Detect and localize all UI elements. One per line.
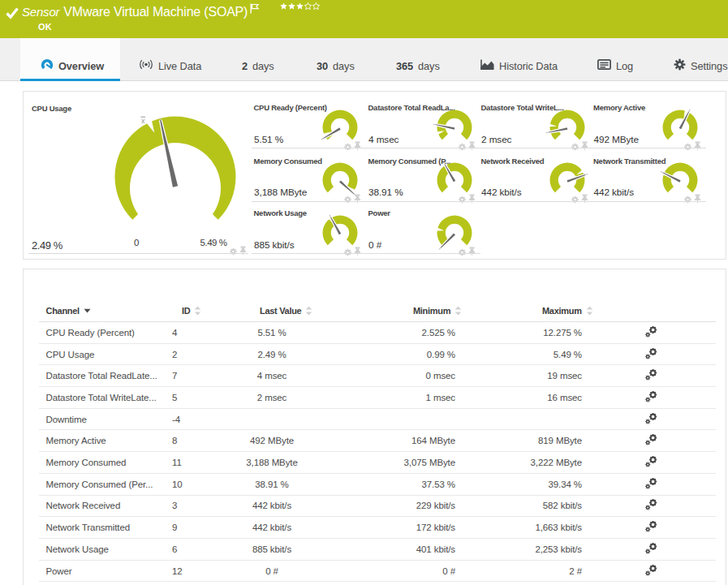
channel-id: 6	[172, 544, 177, 554]
channel-minimum: 2.525 %	[334, 328, 455, 338]
channel-row-power[interactable]: Power120 #0 #2 #	[39, 561, 716, 583]
channel-id: 5	[172, 393, 177, 402]
divider	[592, 201, 706, 202]
channel-last-value: 2.49 %	[215, 350, 329, 359]
edit-channel-gears-icon[interactable]	[644, 542, 657, 556]
tab-label: Overview	[58, 60, 104, 72]
channel-id: 10	[172, 480, 183, 489]
sensor-name: VMware Virtual Machine (SOAP)	[63, 5, 248, 19]
edit-channel-gears-icon[interactable]	[644, 477, 657, 491]
tab-365-days[interactable]: 365days	[396, 51, 440, 80]
gauge-value: 4 msec	[368, 135, 398, 144]
channel-row-memory-consumed-per[interactable]: Memory Consumed (Per...1038.91 %37.53 %3…	[39, 474, 716, 496]
gauge-settings-gear-icon[interactable]	[344, 245, 351, 260]
channel-maximum: 12.275 %	[460, 328, 582, 338]
priority-flag-icon[interactable]	[250, 2, 260, 17]
channel-last-value: 885 kbit/s	[215, 544, 329, 554]
channel-row-network-received[interactable]: Network Received3442 kbit/s229 kbit/s582…	[39, 496, 716, 518]
edit-channel-gears-icon[interactable]	[644, 347, 657, 361]
edit-channel-gears-icon[interactable]	[644, 390, 657, 404]
gauge-title: Memory Consumed	[254, 157, 322, 166]
star-filled-icon[interactable]	[296, 2, 304, 10]
gauge-cell: Network Transmitted442 kbit/s	[593, 145, 708, 202]
channel-row-datastore-total-readlate[interactable]: Datastore Total ReadLate...74 msec0 msec…	[39, 365, 716, 387]
tab-label: days	[333, 60, 355, 72]
edit-channel-gears-icon[interactable]	[644, 499, 657, 513]
channel-id: 9	[172, 523, 177, 532]
edit-channel-gears-icon[interactable]	[644, 412, 657, 426]
sort-arrows-icon[interactable]	[305, 306, 312, 316]
channel-id: 8	[172, 436, 177, 445]
channel-id: 7	[172, 371, 177, 381]
column-header-channel[interactable]: Channel	[46, 306, 91, 316]
channel-row-cpu-usage[interactable]: CPU Usage22.49 %0.99 %5.49 %	[39, 344, 716, 366]
star-empty-icon[interactable]	[304, 2, 312, 10]
tab-historic-data[interactable]: Historic Data	[480, 51, 558, 80]
channel-last-value: 3,188 MByte	[215, 458, 329, 467]
channel-minimum: 1 msec	[334, 393, 455, 402]
tab-label: Historic Data	[499, 60, 558, 72]
column-header-last-value[interactable]: Last Value	[260, 306, 312, 316]
channel-row-memory-consumed[interactable]: Memory Consumed113,188 MByte3,075 MByte3…	[39, 452, 716, 474]
gauge-settings-gear-icon[interactable]	[230, 244, 237, 259]
channel-row-downtime[interactable]: Downtime-4	[39, 409, 716, 431]
gauge-value: 492 MByte	[594, 135, 640, 144]
tab-30-days[interactable]: 30days	[317, 51, 355, 80]
tab-live-data[interactable]: Live Data	[139, 51, 201, 80]
column-header-minimum[interactable]: Minimum	[413, 306, 462, 316]
edit-channel-gears-icon[interactable]	[644, 456, 657, 470]
channel-name: CPU Usage	[46, 350, 95, 359]
gauge-title: Memory Active	[593, 103, 645, 112]
channel-row-network-transmitted[interactable]: Network Transmitted9442 kbit/s172 kbit/s…	[39, 517, 716, 539]
channel-row-memory-active[interactable]: Memory Active8492 MByte164 MByte819 MByt…	[39, 431, 716, 453]
column-header-label: Minimum	[413, 306, 450, 316]
channel-maximum: 819 MByte	[460, 436, 582, 445]
sort-arrows-icon[interactable]	[194, 306, 201, 316]
channel-maximum: 19 msec	[460, 371, 582, 381]
channel-minimum: 229 kbit/s	[334, 501, 455, 510]
edit-channel-gears-icon[interactable]	[644, 325, 657, 339]
channel-row-cpu-ready-percent[interactable]: CPU Ready (Percent)45.51 %2.525 %12.275 …	[39, 322, 716, 344]
tab-overview[interactable]: Overview	[41, 51, 104, 80]
edit-channel-gears-icon[interactable]	[644, 564, 657, 578]
sort-arrows-icon[interactable]	[586, 306, 593, 316]
star-empty-icon[interactable]	[312, 2, 320, 10]
tab-2-days[interactable]: 2days	[242, 51, 274, 80]
gauge-pin-icon[interactable]	[694, 192, 701, 207]
gauge-settings-gear-icon[interactable]	[459, 245, 466, 260]
edit-channel-gears-icon[interactable]	[644, 369, 657, 383]
gear-icon	[674, 58, 686, 73]
gauge-pin-icon[interactable]	[581, 192, 588, 207]
sort-desc-icon[interactable]	[84, 308, 91, 313]
sort-arrows-icon[interactable]	[454, 306, 462, 316]
channel-last-value: 38.91 %	[215, 480, 329, 489]
gauges-panel: CPU Usage x 2.49 % 0 5.49 % CPU Ready (P…	[23, 91, 726, 260]
table-header-row: Channel ID Last Value Minimum Maximum	[39, 269, 716, 322]
divider	[252, 253, 366, 254]
gauge-cell-icons	[230, 244, 247, 259]
gauge-settings-gear-icon[interactable]	[684, 192, 691, 207]
tab-log[interactable]: Log	[597, 51, 633, 80]
column-header-id[interactable]: ID	[182, 306, 201, 316]
gauge-pin-icon[interactable]	[468, 245, 476, 260]
channel-row-network-usage[interactable]: Network Usage6885 kbit/s401 kbit/s2,253 …	[39, 539, 716, 561]
tab-settings[interactable]: Settings	[674, 51, 727, 80]
channel-row-datastore-total-writelate[interactable]: Datastore Total WriteLate...52 msec1 mse…	[39, 387, 716, 409]
star-filled-icon[interactable]	[288, 2, 295, 10]
priority-stars[interactable]	[280, 2, 320, 10]
tab-label: days	[418, 60, 440, 72]
column-header-maximum[interactable]: Maximum	[542, 306, 593, 316]
star-filled-icon[interactable]	[280, 2, 287, 10]
channel-name: Network Usage	[46, 544, 109, 554]
channel-last-value: 442 kbit/s	[215, 501, 329, 510]
gauge-cell: Network Usage885 kbit/s	[253, 197, 368, 254]
edit-channel-gears-icon[interactable]	[644, 521, 657, 535]
gauge-settings-gear-icon[interactable]	[571, 192, 579, 207]
divider	[28, 253, 248, 254]
gauge-pin-icon[interactable]	[239, 244, 247, 259]
channel-id: 12	[172, 566, 183, 576]
gauge-cell: Datastore Total ReadLa...4 msec	[368, 92, 482, 148]
edit-channel-gears-icon[interactable]	[644, 434, 657, 448]
channel-last-value: 442 kbit/s	[215, 523, 329, 532]
gauge-pin-icon[interactable]	[354, 245, 361, 260]
